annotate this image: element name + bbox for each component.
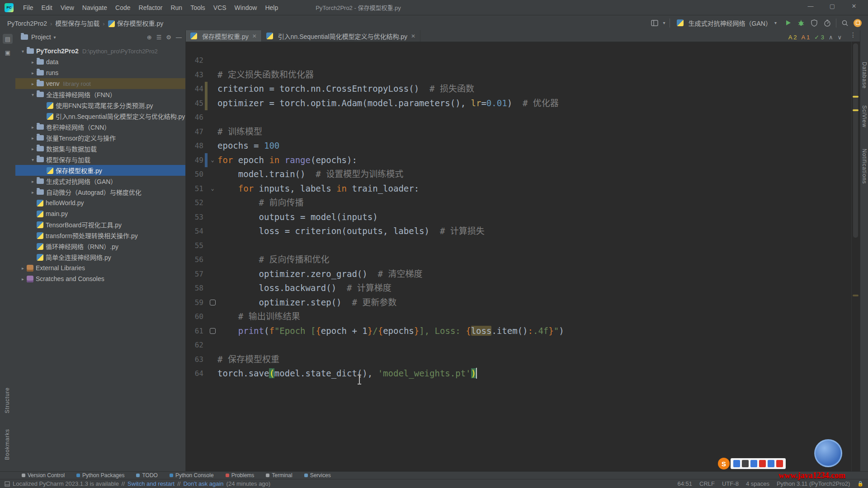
code-line[interactable]: 42 <box>186 53 852 68</box>
run-icon[interactable] <box>783 19 793 28</box>
code-line[interactable]: 55 <box>186 239 852 253</box>
close-button[interactable]: ✕ <box>846 3 862 9</box>
code-line[interactable]: 52 # 前向传播 <box>186 196 852 210</box>
code-line[interactable]: 46 <box>186 110 852 125</box>
menu-refactor[interactable]: Refactor <box>135 3 167 13</box>
tree-chevron-icon[interactable]: ▸ <box>29 146 37 151</box>
recording-bubble[interactable] <box>814 439 842 467</box>
tree-item[interactable]: ▸张量Tensor的定义与操作 <box>15 132 185 143</box>
tree-item[interactable]: 简单全连接神经网络.py <box>15 252 185 263</box>
toolwindow-button-version-control[interactable]: Version Control <box>22 472 65 479</box>
gutter-marker-icon[interactable] <box>208 324 217 338</box>
tree-item[interactable]: ▸卷积神经网络（CNN） <box>15 122 185 132</box>
tree-chevron-icon[interactable]: ▾ <box>29 92 37 97</box>
tree-item[interactable]: TensorBoard可视化工具.py <box>15 219 185 230</box>
code-line[interactable]: 51⌄ for inputs, labels in train_loader: <box>186 182 852 196</box>
menu-tools[interactable]: Tools <box>186 3 209 13</box>
inspections-widget[interactable]: A 2A 1✓ 3∧∨ <box>788 34 842 41</box>
chevron-down-icon[interactable]: ▾ <box>54 35 56 40</box>
tree-item[interactable]: helloWorld.py <box>15 197 185 208</box>
code-line[interactable]: 47# 训练模型 <box>186 125 852 139</box>
status-widget[interactable]: 4 spaces <box>746 480 769 487</box>
menu-edit[interactable]: Edit <box>38 3 57 13</box>
tree-item[interactable]: ▸venvlibrary root <box>15 78 185 89</box>
menu-file[interactable]: File <box>19 3 38 13</box>
code-line[interactable]: 54 loss = criterion(outputs, labels) # 计… <box>186 224 852 239</box>
status-widget[interactable]: 64:51 <box>678 480 693 487</box>
chevron-down-icon[interactable]: ▾ <box>663 20 665 25</box>
code-line[interactable]: 59 optimizer.step() # 更新参数 <box>186 296 852 310</box>
search-icon[interactable] <box>840 19 849 28</box>
code-line[interactable]: 45optimizer = torch.optim.Adam(model.par… <box>186 96 852 111</box>
editor-tab[interactable]: 引入nn.Sequential简化模型定义与优化结构.py✕ <box>262 30 420 42</box>
settings-gear-icon[interactable]: ⚙ <box>166 34 171 41</box>
code-line[interactable]: 64torch.save(model.state_dict(), 'model_… <box>186 366 852 381</box>
tree-chevron-icon[interactable]: ▾ <box>29 157 37 162</box>
tree-item[interactable]: 保存模型权重.py <box>15 165 185 176</box>
fold-icon[interactable]: ⌄ <box>208 153 217 168</box>
stripe-label-structure[interactable]: Structure <box>4 387 10 413</box>
toolwindow-switcher-icon[interactable] <box>5 481 10 487</box>
gift-icon[interactable] <box>854 19 862 27</box>
tree-item[interactable]: 引入nn.Sequential简化模型定义与优化结构.py <box>15 111 185 122</box>
status-widget[interactable]: UTF-8 <box>722 480 739 487</box>
editor-tab[interactable]: 保存模型权重.py✕ <box>186 30 262 42</box>
menu-help[interactable]: Help <box>261 3 282 13</box>
run-configuration-select[interactable]: 生成式对抗神经网络（GAN） ▾ <box>674 18 779 28</box>
code-line[interactable]: 44criterion = torch.nn.CrossEntropyLoss(… <box>186 82 852 96</box>
toolwindow-button-terminal[interactable]: Terminal <box>266 472 292 479</box>
tree-chevron-icon[interactable]: ▸ <box>29 179 37 184</box>
menu-vcs[interactable]: VCS <box>209 3 231 13</box>
code-editor[interactable]: 4243# 定义损失函数和优化器44criterion = torch.nn.C… <box>186 42 852 471</box>
tree-item[interactable]: main.py <box>15 208 185 219</box>
tree-chevron-icon[interactable]: ▸ <box>29 60 37 65</box>
editor-scrollbar[interactable] <box>851 42 860 471</box>
layout-icon[interactable] <box>650 19 659 28</box>
code-line[interactable]: 57 optimizer.zero_grad() # 清空梯度 <box>186 267 852 282</box>
code-line[interactable]: 50 model.train() # 设置模型为训练模式 <box>186 167 852 182</box>
inspection-indicator[interactable]: A 1 <box>801 34 810 41</box>
code-line[interactable]: 62 <box>186 338 852 352</box>
hide-icon[interactable]: — <box>176 34 182 41</box>
menu-view[interactable]: View <box>57 3 78 13</box>
project-panel-title[interactable]: Project <box>31 33 51 41</box>
scrollbar-thumb[interactable] <box>853 43 858 238</box>
code-line[interactable]: 63# 保存模型权重 <box>186 352 852 367</box>
toolwindow-button-todo[interactable]: TODO <box>136 472 157 479</box>
collapse-all-icon[interactable]: ☰ <box>156 34 162 41</box>
coverage-icon[interactable] <box>810 19 819 28</box>
inspection-indicator[interactable]: ✓ 3 <box>814 34 824 41</box>
tree-item[interactable]: ▾全连接神经网络（FNN） <box>15 89 185 100</box>
code-line[interactable]: 60 # 输出训练结果 <box>186 310 852 324</box>
tree-item[interactable]: ▸Scratches and Consoles <box>15 273 185 284</box>
inspection-indicator[interactable]: ∧ <box>829 34 833 41</box>
commit-stripe-icon[interactable]: ▣ <box>3 47 13 57</box>
code-line[interactable]: 56 # 反向传播和优化 <box>186 253 852 267</box>
tree-chevron-icon[interactable]: ▸ <box>29 81 37 86</box>
menu-window[interactable]: Window <box>231 3 261 13</box>
tree-item[interactable]: 循环神经网络（RNN）.py <box>15 241 185 252</box>
code-line[interactable]: 61 print(f"Epoch [{epoch + 1}/{epochs}],… <box>186 324 852 338</box>
tree-item[interactable]: ▾PyTorch2Pro2D:\python_pro\PyTorch2Pro2 <box>15 46 185 56</box>
toolwindow-button-services[interactable]: Services <box>304 472 331 479</box>
profiler-icon[interactable] <box>823 19 832 28</box>
tab-close-icon[interactable]: ✕ <box>252 33 257 39</box>
stripe-label-notifications[interactable]: Notifications <box>861 149 868 184</box>
stripe-label-database[interactable]: Database <box>861 62 868 89</box>
tree-chevron-icon[interactable]: ▾ <box>19 49 27 54</box>
tree-chevron-icon[interactable]: ▸ <box>19 266 27 271</box>
status-widget[interactable]: CRLF <box>699 480 715 487</box>
minimize-button[interactable]: — <box>803 3 818 9</box>
breadcrumb-item[interactable]: PyTorch2Pro2 <box>7 20 47 27</box>
inspection-indicator[interactable]: A 2 <box>788 34 797 41</box>
tree-item[interactable]: ▸data <box>15 56 185 67</box>
switch-restart-link[interactable]: Switch and restart <box>127 480 175 487</box>
breadcrumb-item[interactable]: 模型保存与加载 <box>55 20 99 27</box>
gutter-marker-icon[interactable] <box>208 296 217 310</box>
code-line[interactable]: 43# 定义损失函数和优化器 <box>186 68 852 82</box>
locate-icon[interactable]: ⊕ <box>147 34 152 41</box>
tab-close-icon[interactable]: ✕ <box>411 33 415 39</box>
lock-icon[interactable]: 🔒 <box>857 481 863 487</box>
inspection-indicator[interactable]: ∨ <box>837 34 842 41</box>
code-line[interactable]: 49⌄for epoch in range(epochs): <box>186 153 852 168</box>
